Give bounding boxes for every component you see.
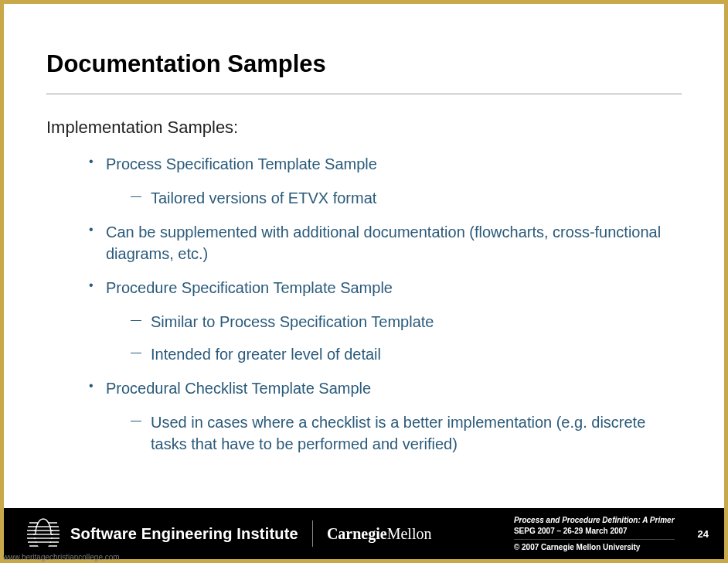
bullet-text: Tailored versions of ETVX format (151, 189, 376, 206)
footer-divider (312, 520, 313, 547)
slide-content: Documentation Samples Implementation Sam… (4, 4, 724, 508)
slide-page: Documentation Samples Implementation Sam… (4, 4, 724, 559)
slide-subtitle: Implementation Samples: (46, 118, 682, 138)
list-item: Used in cases where a checklist is a bet… (131, 411, 682, 455)
list-item: Procedure Specification Template Sample … (89, 277, 682, 365)
copyright: © 2007 Carnegie Mellon University (514, 539, 675, 553)
conference-info: SEPG 2007 – 26-29 March 2007 (514, 526, 675, 537)
list-item: Procedural Checklist Template Sample Use… (89, 377, 682, 455)
bullet-text: Used in cases where a checklist is a bet… (151, 414, 645, 452)
bullet-text: Procedure Specification Template Sample (106, 279, 393, 296)
bullet-text: Can be supplemented with additional docu… (106, 223, 661, 262)
bullet-text: Process Specification Template Sample (106, 155, 377, 172)
sub-list: Used in cases where a checklist is a bet… (106, 411, 682, 455)
list-item: Intended for greater level of detail (131, 343, 682, 365)
list-item: Similar to Process Specification Templat… (131, 311, 682, 333)
sei-logo: Software Engineering Institute (27, 517, 298, 550)
cmu-name: CarnegieMellon (327, 525, 432, 543)
bullet-text: Similar to Process Specification Templat… (151, 313, 434, 330)
bullet-list: Process Specification Template Sample Ta… (46, 153, 682, 455)
bullet-text: Intended for greater level of detail (151, 346, 381, 363)
list-item: Can be supplemented with additional docu… (89, 221, 682, 264)
slide-title: Documentation Samples (46, 50, 682, 78)
watermark: www.heritagechristiancollege.com (0, 551, 123, 563)
cmu-rest: Mellon (387, 525, 432, 542)
page-number: 24 (698, 528, 709, 540)
list-item: Tailored versions of ETVX format (131, 187, 682, 209)
title-divider (46, 94, 682, 94)
list-item: Process Specification Template Sample Ta… (89, 153, 682, 209)
doc-title: Process and Procedure Definition: A Prim… (514, 515, 675, 526)
footer-meta: Process and Procedure Definition: A Prim… (514, 515, 685, 553)
globe-icon (27, 517, 60, 550)
sub-list: Tailored versions of ETVX format (106, 187, 682, 209)
sub-list: Similar to Process Specification Templat… (106, 311, 682, 365)
cmu-bold: Carnegie (327, 525, 387, 542)
bullet-text: Procedural Checklist Template Sample (106, 380, 371, 397)
sei-name: Software Engineering Institute (70, 525, 298, 543)
